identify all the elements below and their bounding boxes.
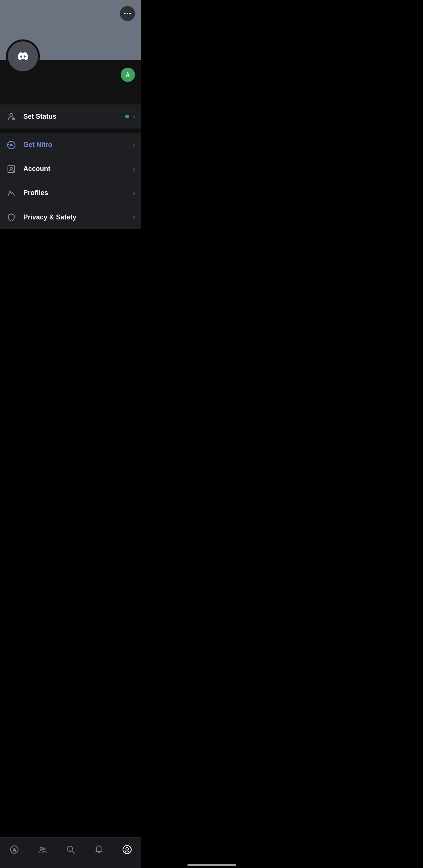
avatar — [6, 39, 40, 73]
nitro-icon — [6, 140, 17, 150]
separator-mid — [0, 129, 141, 133]
set-status-label: Set Status — [23, 113, 125, 121]
privacy-safety-icon — [6, 212, 17, 222]
online-status-dot — [125, 115, 129, 118]
discord-logo-icon — [13, 47, 33, 66]
account-chevron: › — [133, 165, 135, 173]
more-options-button[interactable] — [120, 6, 135, 21]
avatar-wrapper — [6, 39, 40, 73]
account-item[interactable]: Account › — [0, 157, 141, 181]
privacy-safety-item[interactable]: Privacy & Safety › — [0, 205, 141, 229]
privacy-safety-label: Privacy & Safety — [23, 213, 133, 221]
profile-section: # — [0, 60, 141, 100]
profiles-item[interactable]: Profiles › — [0, 181, 141, 205]
account-label: Account — [23, 165, 133, 173]
get-nitro-label: Get Nitro — [23, 141, 133, 149]
more-dots-icon — [124, 13, 131, 14]
profiles-label: Profiles — [23, 189, 133, 197]
separator-top — [0, 100, 141, 104]
profiles-chevron: › — [133, 189, 135, 197]
set-status-group: Set Status › — [0, 104, 141, 129]
get-nitro-chevron: › — [133, 141, 135, 149]
privacy-safety-chevron: › — [133, 213, 135, 221]
svg-point-1 — [10, 113, 13, 116]
hashtag-badge: # — [121, 68, 135, 82]
get-nitro-item[interactable]: Get Nitro › — [0, 133, 141, 157]
username-area — [6, 79, 135, 94]
account-icon — [6, 164, 17, 174]
set-status-item[interactable]: Set Status › — [0, 104, 141, 129]
set-status-icon — [6, 111, 17, 122]
set-status-chevron: › — [133, 113, 135, 121]
profiles-icon — [6, 188, 17, 198]
main-menu-group: Get Nitro › Account › Profiles › — [0, 133, 141, 229]
svg-point-8 — [10, 167, 12, 169]
svg-point-6 — [10, 144, 12, 146]
